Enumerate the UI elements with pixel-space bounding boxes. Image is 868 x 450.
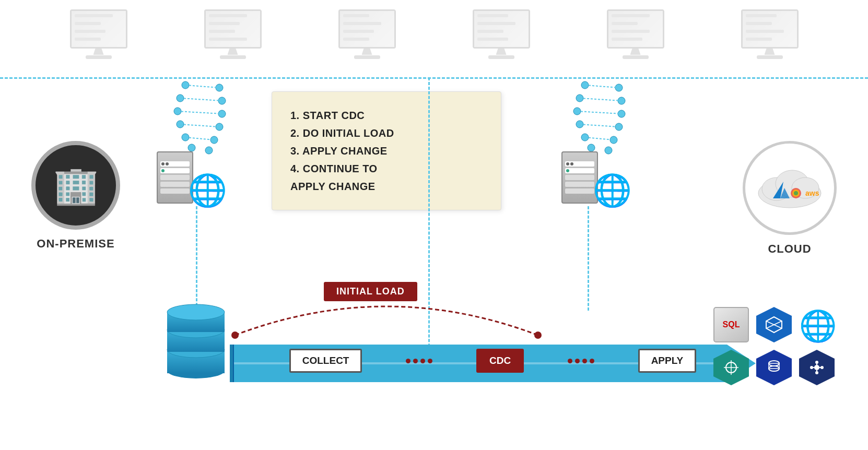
svg-line-40	[580, 98, 621, 101]
info-line-4: 4. CONTINUE TO	[290, 160, 483, 177]
cloud-section: aws CLOUD	[743, 141, 837, 256]
monitor-screen-5	[607, 9, 664, 49]
globe-icon-left: 🌐	[188, 172, 227, 209]
dots-2	[568, 359, 594, 363]
building-circle: 🏢	[31, 141, 120, 230]
bigquery-icon	[713, 350, 749, 385]
cloud-logos-svg: aws	[753, 162, 826, 214]
svg-line-39	[585, 85, 619, 88]
svg-point-51	[167, 304, 225, 320]
svg-point-52	[231, 331, 239, 339]
cloud-label: CLOUD	[768, 242, 811, 256]
server-row-5	[160, 188, 190, 194]
svg-text:aws: aws	[805, 189, 819, 197]
server-row-2	[160, 168, 190, 173]
dots-1	[406, 359, 432, 363]
cdc-box: CDC	[476, 349, 524, 373]
svg-point-65	[815, 371, 818, 374]
left-vertical-dashed	[196, 206, 197, 311]
monitor-6	[741, 9, 799, 59]
globe-icon-right: 🌐	[593, 172, 632, 209]
on-premise-label: ON-PREMISE	[37, 237, 114, 251]
server-row-4	[160, 182, 190, 187]
monitor-4	[473, 9, 530, 59]
sql-icon: SQL	[713, 307, 749, 342]
monitor-screen-3	[338, 9, 396, 49]
cdc-labels-row: COLLECT CDC APPLY	[235, 349, 750, 373]
monitors-row	[0, 9, 868, 59]
svg-point-66	[810, 366, 813, 369]
azure-hex-icon	[756, 307, 792, 342]
monitor-5	[607, 9, 664, 59]
arrow-left-border	[230, 345, 234, 382]
svg-line-22	[185, 85, 219, 88]
svg-point-15	[188, 144, 195, 151]
analytics-globe-icon: 🌐	[799, 307, 837, 345]
db-migration-icon	[756, 350, 792, 385]
monitor-2	[204, 9, 262, 59]
monitor-screen-6	[741, 9, 799, 49]
svg-line-43	[585, 137, 614, 140]
apply-box: APPLY	[638, 349, 697, 373]
right-vertical-dashed	[588, 206, 589, 311]
svg-line-42	[580, 124, 619, 127]
info-line-3: 3. APPLY CHANGE	[290, 142, 483, 160]
svg-point-32	[588, 144, 595, 151]
info-line-5: APPLY CHANGE	[290, 177, 483, 195]
monitor-3	[338, 9, 396, 59]
svg-point-8	[794, 191, 798, 195]
svg-line-41	[577, 111, 621, 114]
left-database	[162, 298, 230, 383]
info-line-1: 1. START CDC	[290, 106, 483, 124]
monitor-1	[70, 9, 127, 59]
svg-line-25	[180, 124, 219, 127]
hub-icon	[799, 350, 835, 385]
svg-point-67	[820, 366, 824, 369]
info-box: 1. START CDC 2. DO INITIAL LOAD 3. APPLY…	[272, 91, 501, 210]
on-premise-section: 🏢 ON-PREMISE	[31, 141, 120, 251]
horizontal-dashed-line	[0, 77, 868, 79]
monitor-screen-2	[204, 9, 262, 49]
svg-line-24	[178, 111, 222, 114]
info-line-2: 2. DO INITIAL LOAD	[290, 124, 483, 142]
svg-point-64	[815, 361, 818, 364]
monitor-screen-4	[473, 9, 530, 49]
initial-load-arc	[230, 293, 543, 346]
building-icon: 🏢	[53, 164, 99, 207]
database-svg	[162, 298, 230, 381]
collect-box: COLLECT	[289, 349, 362, 373]
monitor-screen-1	[70, 9, 127, 49]
target-icons-grid: SQL 🌐	[713, 307, 837, 387]
left-server-globe: 🌐	[157, 151, 227, 204]
svg-point-53	[534, 331, 542, 339]
cloud-circle: aws	[743, 141, 837, 235]
svg-point-63	[814, 365, 819, 370]
svg-line-23	[180, 98, 222, 101]
server-row	[160, 161, 190, 167]
right-server-globe: 🌐	[561, 151, 632, 204]
initial-load-label: INITIAL LOAD	[324, 282, 417, 301]
server-row-3	[160, 175, 190, 180]
svg-line-26	[185, 137, 214, 140]
